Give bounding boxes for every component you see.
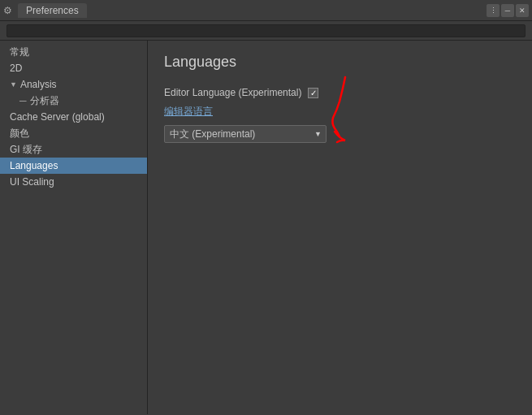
sidebar-label-languages: Languages <box>10 160 58 171</box>
title-label: Preferences <box>26 5 79 16</box>
page-title: Languages <box>164 54 516 71</box>
editor-language-row: Editor Language (Experimental) ✓ <box>164 87 516 98</box>
menu-button[interactable]: ⋮ <box>487 4 500 17</box>
search-input[interactable] <box>6 24 526 37</box>
language-dropdown-row: English 中文 (Experimental) 日本語 (Experimen… <box>164 125 516 143</box>
sidebar-item-cache-server[interactable]: Cache Server (global) <box>0 109 147 125</box>
sidebar-label-analyzer: 分析器 <box>30 94 59 108</box>
sidebar-item-gi-cache[interactable]: GI 缓存 <box>0 141 147 158</box>
title-bar-left: ⚙ Preferences <box>3 3 487 18</box>
sidebar-item-colors[interactable]: 颜色 <box>0 125 147 141</box>
sidebar-label-colors: 颜色 <box>10 127 29 140</box>
search-bar <box>0 21 532 41</box>
sidebar-label-cache-server: Cache Server (global) <box>10 111 105 123</box>
minimize-button[interactable]: ─ <box>501 4 514 17</box>
sidebar-label-2d: 2D <box>10 63 22 74</box>
sidebar-item-analyzer[interactable]: ─ 分析器 <box>0 93 147 109</box>
title-bar: ⚙ Preferences ⋮ ─ ✕ <box>0 0 532 21</box>
language-dropdown[interactable]: English 中文 (Experimental) 日本語 (Experimen… <box>164 125 327 143</box>
sidebar-label-general: 常规 <box>10 45 29 59</box>
dash-icon: ─ <box>19 95 27 106</box>
editor-language-cn-label[interactable]: 编辑器语言 <box>164 105 213 119</box>
sidebar-item-analysis[interactable]: ▼ Analysis <box>0 76 147 93</box>
sidebar-label-gi-cache: GI 缓存 <box>10 143 42 157</box>
title-bar-controls: ⋮ ─ ✕ <box>487 4 529 17</box>
editor-language-checkbox[interactable]: ✓ <box>308 88 318 98</box>
sidebar: 常规 2D ▼ Analysis ─ 分析器 Cache Server (glo… <box>0 41 148 414</box>
gear-icon: ⚙ <box>3 5 15 16</box>
sidebar-label-ui-scaling: UI Scaling <box>10 176 54 188</box>
main-layout: 常规 2D ▼ Analysis ─ 分析器 Cache Server (glo… <box>0 41 532 414</box>
sidebar-item-ui-scaling[interactable]: UI Scaling <box>0 174 147 190</box>
close-button[interactable]: ✕ <box>516 4 529 17</box>
editor-language-label: Editor Language (Experimental) <box>164 87 301 98</box>
title-tab: Preferences <box>18 3 87 18</box>
sidebar-item-2d[interactable]: 2D <box>0 60 147 76</box>
sidebar-label-analysis: Analysis <box>20 79 57 90</box>
language-dropdown-wrapper: English 中文 (Experimental) 日本語 (Experimen… <box>164 125 327 143</box>
editor-language-cn-row: 编辑器语言 <box>164 105 516 119</box>
sidebar-item-languages[interactable]: Languages <box>0 158 147 174</box>
sidebar-item-general[interactable]: 常规 <box>0 44 147 60</box>
content-area: Languages Editor Language (Experimental)… <box>148 41 532 414</box>
expand-arrow-icon: ▼ <box>10 80 17 89</box>
